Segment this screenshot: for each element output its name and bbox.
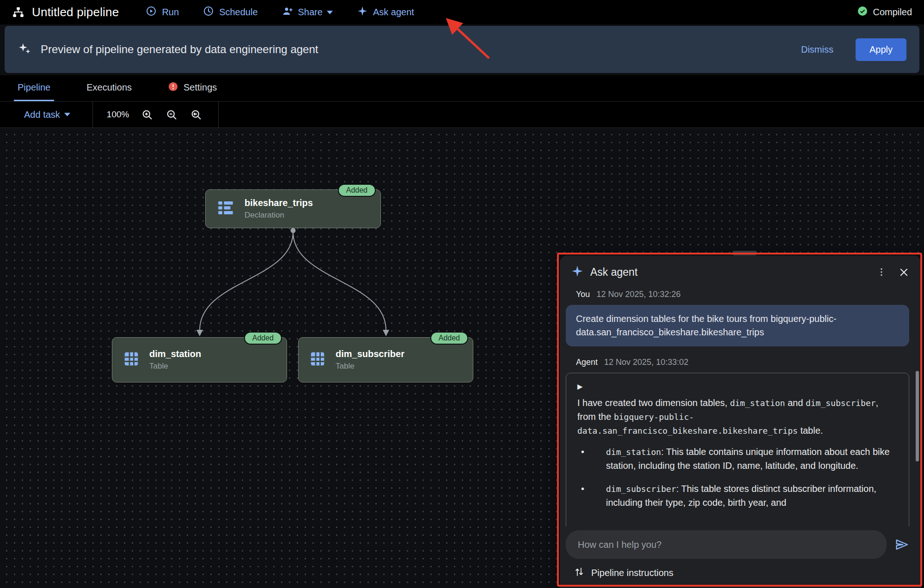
table-icon [122,350,140,370]
declaration-rows-icon [216,198,235,219]
panel-scrollbar[interactable] [916,371,919,461]
zoom-reset-button[interactable] [190,109,202,121]
panel-title: Ask agent [590,266,637,279]
topbar-actions: Run Schedule Share [146,6,414,19]
apply-button[interactable]: Apply [856,38,906,61]
zoom-in-button[interactable] [141,109,153,121]
list-item: dim_subscriber: This table stores distin… [577,482,898,509]
topbar: Untitled pipeline Run Schedule Share [0,0,924,24]
text-span: I have created two dimension tables, [577,398,730,408]
schedule-button-label: Schedule [219,7,257,18]
sender-name: Agent [576,358,598,367]
node-dim-station[interactable]: Added dim_station Table [112,337,287,382]
ask-agent-button-label: Ask agent [373,7,414,18]
node-title: dim_subscriber [336,349,404,359]
tab-executions[interactable]: Executions [83,75,135,101]
sparkle-icon [357,6,368,19]
page-title: Untitled pipeline [32,5,119,19]
user-message-meta: You 12 Nov 2025, 10:32:26 [576,290,909,299]
pipeline-logo-icon [12,6,24,18]
swap-arrows-icon [574,566,585,580]
timestamp: 12 Nov 2025, 10:33:02 [604,358,688,367]
check-circle-icon [857,6,868,19]
status-badge: Added [338,184,376,197]
tab-pipeline-label: Pipeline [18,82,50,93]
tab-pipeline[interactable]: Pipeline [14,75,54,101]
schedule-button[interactable]: Schedule [203,6,257,19]
panel-header: Ask agent [560,255,921,283]
add-task-label: Add task [24,109,60,120]
node-subtitle: Declaration [245,211,313,220]
node-text: dim_station Table [149,349,201,371]
ask-agent-panel: Ask agent You 12 Nov 2025, 10:32:26 Crea… [560,255,921,588]
agent-bullet-list: dim_station: This table contains unique … [577,445,898,509]
code-span: dim_subscriber [606,484,676,494]
node-title: bikeshare_trips [245,198,313,208]
chat-input-row [560,527,921,561]
node-bikeshare-trips[interactable]: Added bikeshare_trips Declaration [205,189,381,228]
node-text: bikeshare_trips Declaration [245,198,313,220]
sparkle-icon [571,265,584,279]
kebab-menu-icon[interactable] [876,267,887,277]
tab-settings[interactable]: Settings [164,75,220,101]
divider [218,102,219,127]
tab-settings-label: Settings [184,82,217,93]
user-message-bubble: Create dimension tables for the bike tou… [566,305,909,346]
panel-actions [876,267,909,278]
chevron-down-icon [64,113,70,116]
node-title: dim_station [149,349,201,359]
agent-message-box: ▶ I have created two dimension tables, d… [566,373,909,527]
zoom-out-button[interactable] [165,109,178,121]
code-span: dim_subscriber [806,398,876,408]
person-add-icon [282,6,293,19]
screen: Untitled pipeline Run Schedule Share [0,0,924,588]
tab-executions-label: Executions [86,82,132,93]
node-subtitle: Table [336,362,404,371]
pipeline-instructions-label: Pipeline instructions [591,568,673,578]
message-list: You 12 Nov 2025, 10:32:26 Create dimensi… [560,283,921,527]
timestamp: 12 Nov 2025, 10:32:26 [596,290,680,299]
run-button-label: Run [162,7,179,18]
tab-bar: Pipeline Executions Settings [0,75,924,102]
text-span: and [785,398,805,408]
play-icon: ▶ [577,382,898,392]
list-item: dim_station: This table contains unique … [577,445,898,473]
error-badge-icon [168,81,178,94]
compile-status: Compiled [857,6,912,19]
text-span: table. [798,425,823,436]
dismiss-button[interactable]: Dismiss [798,44,836,55]
banner-message: Preview of pipeline generated by data en… [41,43,318,56]
agent-intro-paragraph: I have created two dimension tables, dim… [577,396,898,437]
status-badge: Added [430,332,468,345]
canvas-toolbar: Add task 100% [0,102,924,128]
divider [92,102,93,127]
scrollbar-handle[interactable] [732,251,757,255]
zoom-level: 100% [107,109,129,120]
agent-message-meta: Agent 12 Nov 2025, 10:33:02 [576,358,909,367]
sender-name: You [576,290,590,299]
play-circle-icon [146,6,157,19]
send-icon[interactable] [894,537,910,552]
code-span: dim_station [606,447,661,457]
status-badge: Added [244,332,282,345]
share-button-label: Share [298,7,323,18]
compile-status-label: Compiled [873,7,912,18]
preview-banner: Preview of pipeline generated by data en… [5,26,919,73]
node-dim-subscriber[interactable]: Added dim_subscriber Table [298,337,473,382]
ask-agent-button[interactable]: Ask agent [357,6,414,19]
code-span: dim_station [730,398,785,408]
run-button[interactable]: Run [146,6,179,19]
node-text: dim_subscriber Table [336,349,404,371]
chat-input[interactable] [566,530,887,559]
sparkle-banner-icon [18,42,31,57]
table-icon [309,350,326,370]
clock-icon [203,6,214,19]
share-button[interactable]: Share [282,6,333,19]
add-task-button[interactable]: Add task [21,109,73,121]
close-icon[interactable] [899,267,909,278]
chevron-down-icon [327,11,333,14]
pipeline-instructions-button[interactable]: Pipeline instructions [560,561,921,588]
node-subtitle: Table [149,362,201,371]
